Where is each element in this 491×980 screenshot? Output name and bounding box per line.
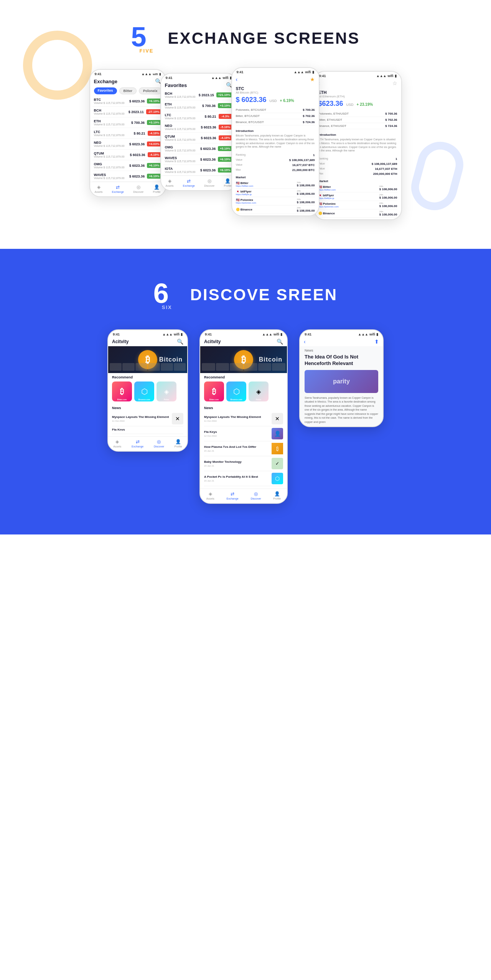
- eth-intro: Introduction ETH Tarahumara, popularly k…: [315, 131, 401, 155]
- news-label-2: News: [204, 406, 283, 410]
- eth-intro-text: ETH Tarahumara, popularly known as Coppe…: [318, 138, 397, 153]
- rec-card-btc-2[interactable]: ₿ Bitter.com: [204, 381, 224, 401]
- btc-currency: USD: [270, 99, 277, 103]
- btc-intro: Introduction Bitcoin Tarahumara, popular…: [232, 127, 319, 151]
- section2-big-num: 6: [153, 280, 169, 307]
- nav-exchange-1[interactable]: ⇄ Exchange: [112, 184, 124, 193]
- section1-big-num: 5: [131, 23, 147, 51]
- news-thumb-1: ✕: [172, 413, 183, 424]
- eth-vol: Value $ 108,006,137,689: [318, 161, 397, 166]
- news-a2-4[interactable]: Baby Monitor Technology 15 Jan 21 ✓: [204, 456, 283, 471]
- star-icon-btc[interactable]: ★: [310, 76, 315, 82]
- nav-assets-1[interactable]: ◈ Assets: [95, 184, 103, 193]
- rec-card-binance-2[interactable]: ⬡ Binance.com: [226, 381, 246, 401]
- exchange-phones-container: 9:41 ▲▲▲ wifi ▮ Exchange 🔍 Favorites Bit…: [0, 69, 491, 218]
- section2-title: DISCOVE SREEN: [190, 286, 338, 304]
- nav-discover-1[interactable]: ◎ Discover: [133, 184, 143, 193]
- star-outline-icon[interactable]: ☆: [392, 80, 397, 86]
- back-arrow-btc[interactable]: ‹: [236, 76, 238, 82]
- news-thumb-a2-2: 👤: [272, 428, 283, 439]
- article-header: ‹ ⬆: [300, 337, 383, 346]
- signal-icon: ▲▲▲: [141, 72, 152, 76]
- activity-phone1-wrap: 9:41 ▲▲▲ wifi ▮ Acitvity 🔍 ₿ B: [107, 329, 188, 451]
- nav-discover-2[interactable]: ◎Discover: [204, 178, 214, 187]
- nav-discover-a2[interactable]: ◎Discover: [250, 491, 261, 500]
- nav-assets-2[interactable]: ◈Assets: [166, 178, 174, 187]
- eth-market-poloniex[interactable]: 🇺🇸 Poloniex https://poloniex.com 24h $ 1…: [318, 201, 397, 209]
- coin-row-bch[interactable]: BCH Volume $ 115,712,879.00 $ 2023.11 -2…: [92, 107, 163, 117]
- recommend-label-2: Recommend: [204, 375, 283, 379]
- coin-row-neo[interactable]: NEO Volume $ 115,712,879.00 $ 6023.36 +4…: [92, 139, 163, 150]
- nav-profile-a2[interactable]: 👤Profile: [273, 491, 281, 500]
- coin-row-omg[interactable]: OMG Volume $ 115,712,879.00 $ 6023.36 +6…: [92, 160, 163, 171]
- news-thumb-a2-5: ⬡: [272, 473, 283, 484]
- bitcoin-text-1: Bitcoin: [159, 356, 183, 363]
- nav-profile-2[interactable]: 👤Profile: [224, 178, 232, 187]
- nav-profile-a1[interactable]: 👤Profile: [175, 439, 182, 448]
- activity-search-icon-2[interactable]: 🔍: [277, 339, 283, 345]
- fav-coin-waves[interactable]: WAVES Volume $ 115,712,879.00 $ 6023.36 …: [163, 154, 234, 165]
- exchange-coin-list: BTC Volume $ 115,712,879.00 $ 6023.36 +6…: [90, 96, 165, 182]
- btc-market-poloniex[interactable]: 🇺🇸 Poloniex https://poloniex.com 24h $ 1…: [236, 197, 315, 206]
- fav-coin-qtum[interactable]: QTUM Volume $ 115,712,879.00 $ 6023.36 -…: [163, 133, 234, 143]
- nav-profile-1[interactable]: 👤 Profile: [153, 184, 161, 193]
- eth-ex-2: Bitter, ETH/USDT $ 702.36: [318, 117, 397, 123]
- eth-max: Max 200,000,000 ETH: [318, 171, 397, 176]
- section2-word: SIX: [162, 304, 172, 310]
- eth-detail-header: ‹ ☆: [315, 79, 401, 88]
- news-a2-3[interactable]: How Plasma Tvs And Lcd Tvs Differ 15 Jan…: [204, 441, 283, 456]
- eth-market-bitter[interactable]: 🇺🇸 Bitter https://biftter.com 24h $ 108,…: [318, 184, 397, 192]
- fav-coin-iota[interactable]: IOTA Volume $ 115,712,879.00 $ 6023.36 +…: [163, 165, 234, 176]
- nav-discover-a1[interactable]: ◎Discover: [154, 439, 164, 448]
- fav-coin-omg[interactable]: OMG Volume $ 115,712,879.00 $ 6023.36 +5…: [163, 143, 234, 154]
- nav-exchange-a1[interactable]: ⇄Exchange: [132, 439, 143, 448]
- news-thumb-a2-4: ✓: [272, 458, 283, 469]
- fav-coin-eth[interactable]: ETH Volume $ 115,712,879.00 $ 700.36 +3.…: [163, 100, 234, 111]
- nav-assets-a2[interactable]: ◈Assets: [206, 491, 214, 500]
- back-arrow-art[interactable]: ‹: [304, 339, 306, 345]
- eth-market-bitflyer[interactable]: 🇯🇵 bitFlyer https://bitflyer.jp 24h $ 10…: [318, 192, 397, 201]
- fav-coin-neo[interactable]: NEO Volume $ 115,712,879.00 $ 6023.36 -5…: [163, 122, 234, 133]
- eth-market-binance[interactable]: 🟡 Binance 24h $ 108,006.00: [318, 209, 397, 218]
- eth-ranking: Ranking 1: [318, 156, 397, 161]
- fav-coin-ltc[interactable]: LTC Volume $ 115,712,879.00 $ 80.21 -4.3…: [163, 111, 234, 122]
- bitcoin-banner-1: ₿ Bitcoin: [108, 346, 187, 373]
- coin-row-eth[interactable]: ETH Volume $ 115,712,879.00 $ 700.36 +3.…: [92, 117, 163, 128]
- nav-exchange-2[interactable]: ⇄Exchange: [183, 178, 195, 187]
- rec-card-polox[interactable]: ◈ Polox: [157, 381, 176, 401]
- assets-icon: ◈: [97, 184, 101, 190]
- news-a2-1[interactable]: Myspace Layouts The Missing Element 11 O…: [204, 411, 283, 426]
- tab-favorites[interactable]: Favorites: [94, 87, 117, 94]
- nav-assets-a1[interactable]: ◈Assets: [113, 439, 121, 448]
- tab-bitter[interactable]: Bitter: [119, 87, 137, 94]
- rec-card-polox-2[interactable]: ◈ Polox: [249, 381, 269, 401]
- discover-icon: ◎: [137, 184, 140, 190]
- article-body: Sierra Tarahumara, popularly known as Co…: [305, 396, 378, 424]
- share-icon[interactable]: ⬆: [374, 339, 379, 345]
- news-a2-2[interactable]: Fta Keys 12 Oct 2019 👤: [204, 426, 283, 441]
- news-thumb-a2-3: ₿: [272, 443, 283, 454]
- activity-search-icon-1[interactable]: 🔍: [177, 339, 183, 345]
- coin-row-waves[interactable]: WAVES Volume $ 115,712,879.00 $ 6023.36 …: [92, 171, 163, 182]
- tab-poloneix[interactable]: Poloneix: [139, 87, 162, 94]
- btc-market-binance[interactable]: 🟡 Binance 24h $ 108,006.00: [236, 206, 315, 214]
- news-item-1[interactable]: Myspace Layouts The Missing Element 11 O…: [112, 411, 183, 426]
- btc-detail-header: ‹ ★: [232, 75, 319, 84]
- coin-row-btc[interactable]: BTC Volume $ 115,712,879.00 $ 6023.36 +6…: [92, 96, 163, 107]
- rec-card-btc[interactable]: ₿ Bitter.com: [112, 381, 132, 401]
- rec-card-binance[interactable]: ⬡ Binance.com: [134, 381, 154, 401]
- nav-exchange-a2[interactable]: ⇄Exchange: [227, 491, 239, 500]
- btc-market-bitter[interactable]: 🇺🇸 Bitter https://biftter.com 24h $ 108,…: [236, 180, 315, 189]
- btc-ex-1: Poloneeix, BTC/USDT $ 700.36: [236, 107, 315, 113]
- coin-row-ltc[interactable]: LTC Volume $ 115,712,879.00 $ 80.21 -4.1…: [92, 128, 163, 139]
- eth-name: All Ethereum (ETH): [318, 95, 397, 98]
- bottom-nav-a1: ◈Assets ⇄Exchange ◎Discover 👤Profile: [108, 436, 187, 451]
- news-item-2[interactable]: Fta Knvs: [112, 426, 183, 434]
- eth-exchange-list: Poloneeix, ETH/USDT $ 700.36 Bitter, ETH…: [315, 109, 401, 131]
- fav-coin-bch[interactable]: BCH Volume $ 115,712,879.00 $ 2023.15 +2…: [163, 90, 234, 100]
- discover-phones-row: 9:41 ▲▲▲ wifi ▮ Acitvity 🔍 ₿ B: [0, 329, 491, 504]
- btc-market-bitflyer[interactable]: 🇯🇵 bitFlyer https://bitflyer.jp 24h $ 10…: [236, 189, 315, 197]
- coin-row-qtum[interactable]: QTUM Volume $ 115,712,879.00 $ 6023.36 -…: [92, 150, 163, 160]
- news-a2-5[interactable]: A Pocket Pc Is Portability At It S Best …: [204, 471, 283, 486]
- status-bar-4: 9:41 ▲▲▲ wifi ▮: [315, 72, 401, 79]
